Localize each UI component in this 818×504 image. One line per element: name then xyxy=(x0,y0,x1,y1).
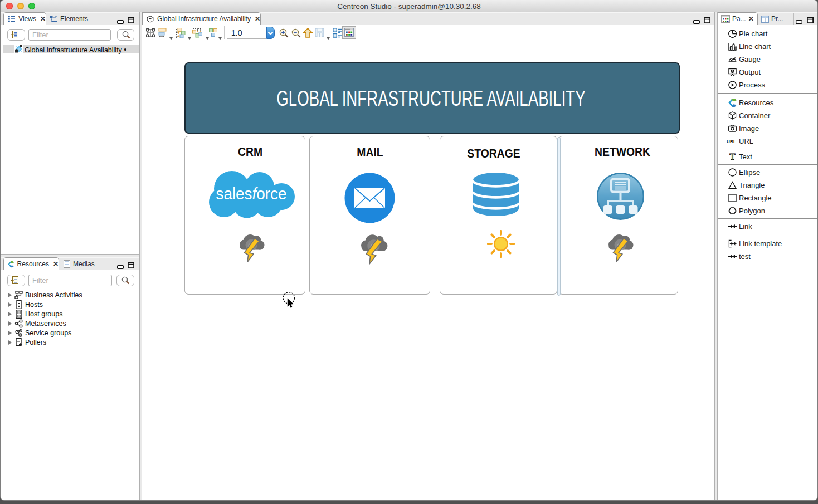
svg-text:T: T xyxy=(729,153,736,161)
svg-text:salesforce: salesforce xyxy=(216,184,287,203)
